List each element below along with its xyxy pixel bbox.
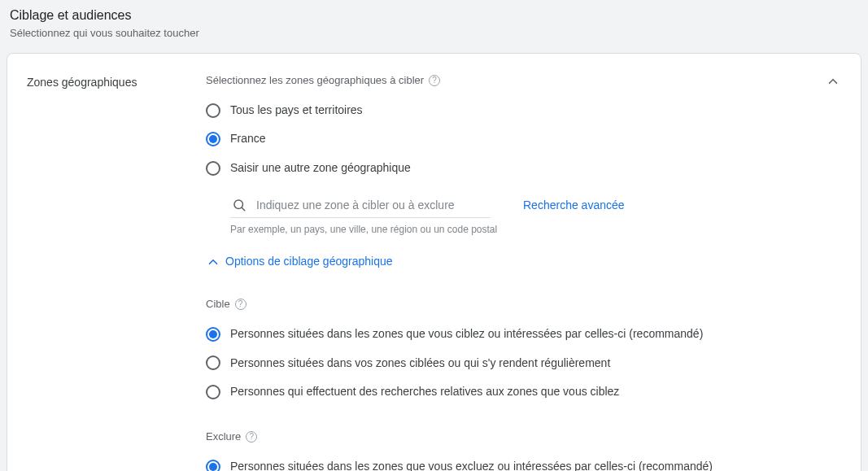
radio-button[interactable]: [206, 161, 220, 176]
radio-row-other-location[interactable]: Saisir une autre zone géographique: [206, 154, 835, 183]
help-icon[interactable]: ?: [235, 299, 246, 310]
search-hint: Par exemple, un pays, une ville, une rég…: [230, 223, 835, 237]
exclude-label: Exclure ?: [206, 430, 835, 444]
section-left-label: Zones géographiques: [27, 73, 206, 471]
radio-button[interactable]: [206, 385, 220, 399]
collapse-button[interactable]: [818, 67, 848, 96]
radio-label: Personnes situées dans les zones que vou…: [230, 459, 713, 471]
radio-row-exclude-presence-interest[interactable]: Personnes situées dans les zones que vou…: [206, 452, 835, 471]
select-zones-label-text: Sélectionnez les zones géographiques à c…: [206, 73, 424, 88]
target-label: Cible ?: [206, 297, 835, 312]
radio-row-target-search-interest[interactable]: Personnes qui effectuent des recherches …: [206, 377, 835, 407]
locations-card: Zones géographiques Sélectionnez les zon…: [7, 53, 861, 471]
svg-line-1: [242, 207, 244, 210]
search-input-wrap[interactable]: [230, 194, 491, 218]
target-section: Cible ? Personnes situées dans les zones…: [206, 297, 835, 407]
radio-label: Personnes situées dans les zones que vou…: [230, 326, 703, 342]
radio-row-target-presence-interest[interactable]: Personnes situées dans les zones que vou…: [206, 320, 835, 349]
radio-row-france[interactable]: France: [206, 124, 835, 154]
exclude-label-text: Exclure: [206, 430, 241, 444]
radio-button[interactable]: [206, 132, 220, 146]
advanced-search-link[interactable]: Recherche avancée: [523, 198, 625, 214]
page-title: Ciblage et audiences: [7, 7, 861, 24]
radio-label: Personnes qui effectuent des recherches …: [230, 384, 619, 400]
target-label-text: Cible: [206, 297, 230, 312]
search-icon: [232, 198, 246, 212]
radio-button[interactable]: [206, 327, 220, 342]
select-zones-label: Sélectionnez les zones géographiques à c…: [206, 73, 835, 88]
radio-label: Saisir une autre zone géographique: [230, 160, 411, 177]
radio-row-all-countries[interactable]: Tous les pays et territoires: [206, 96, 835, 125]
svg-point-0: [234, 200, 243, 209]
search-input[interactable]: [255, 198, 489, 212]
location-search-block: Recherche avancée Par exemple, un pays, …: [230, 194, 835, 237]
radio-button[interactable]: [206, 103, 220, 118]
help-icon[interactable]: ?: [429, 75, 440, 86]
radio-row-target-presence[interactable]: Personnes situées dans vos zones ciblées…: [206, 349, 835, 378]
radio-label: Personnes situées dans vos zones ciblées…: [230, 355, 610, 372]
page-subtitle: Sélectionnez qui vous souhaitez toucher: [7, 26, 861, 41]
chevron-up-icon: [206, 255, 220, 269]
geo-targeting-options-label: Options de ciblage géographique: [225, 254, 393, 270]
radio-button[interactable]: [206, 355, 220, 370]
radio-label: Tous les pays et territoires: [230, 102, 363, 119]
radio-button[interactable]: [206, 460, 220, 471]
help-icon[interactable]: ?: [246, 431, 257, 443]
radio-label: France: [230, 131, 266, 147]
geo-targeting-options-toggle[interactable]: Options de ciblage géographique: [206, 254, 393, 270]
chevron-up-icon: [826, 74, 840, 89]
exclude-section: Exclure ? Personnes situées dans les zon…: [206, 430, 835, 471]
